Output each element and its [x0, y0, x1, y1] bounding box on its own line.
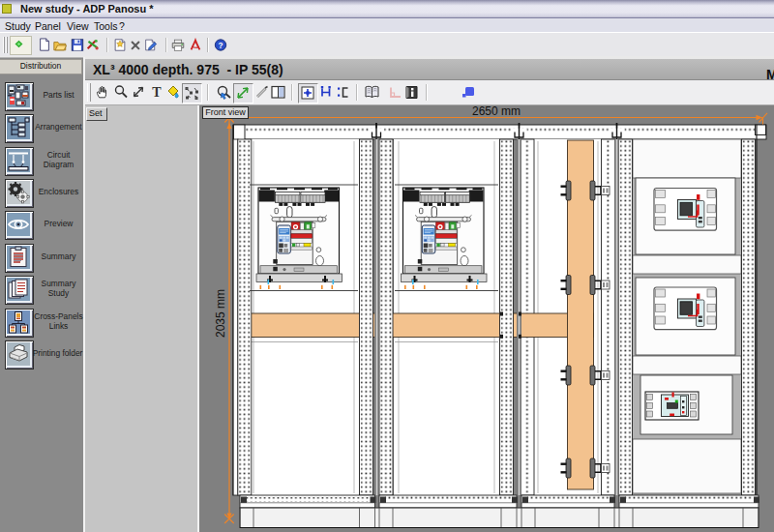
- svg-text:?: ?: [218, 41, 223, 50]
- svg-text:2650 mm: 2650 mm: [472, 105, 521, 118]
- svg-text:T: T: [152, 85, 162, 100]
- svg-text:2035 mm: 2035 mm: [214, 289, 227, 338]
